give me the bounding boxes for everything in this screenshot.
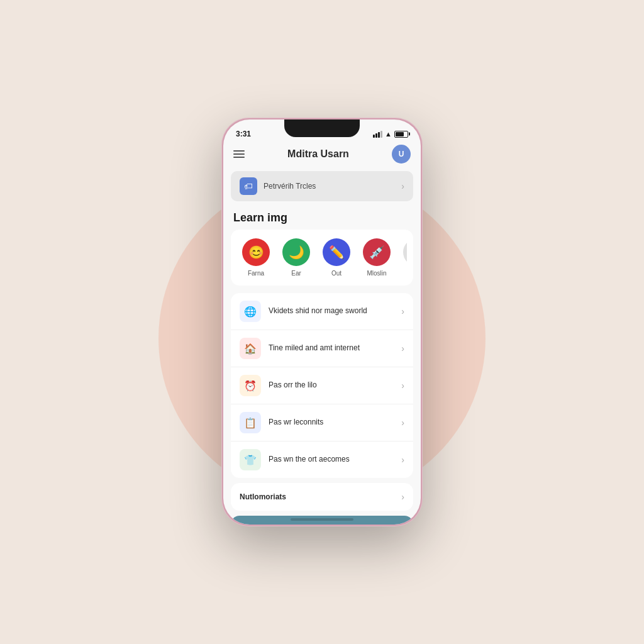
list-icon-2: ⏰	[240, 375, 261, 396]
category-icon-farna: 😊	[242, 238, 270, 266]
category-farna[interactable]: 😊 Farna	[237, 238, 275, 277]
categories-row: 😊 Farna 🌙 Ear ✏️ Out	[237, 238, 407, 277]
list-chevron-3: ›	[401, 418, 404, 428]
signal-icon	[373, 131, 382, 138]
list-text-3: Pas wr leconnits	[269, 418, 394, 428]
list-icon-0: 🌐	[240, 301, 261, 322]
phone-content: 3:31 ▲	[223, 119, 421, 525]
category-icon-mloslin: 💉	[363, 238, 391, 266]
learn-section-label: Learn img	[223, 204, 421, 230]
main-content: Learn img 😊 Farna 🌙 Ear	[223, 204, 421, 525]
list-icon-3: 📋	[240, 412, 261, 433]
category-out[interactable]: ✏️ Out	[318, 238, 355, 277]
banner-left: 🏷 Petrvérih Trcles	[240, 177, 316, 195]
status-time: 3:31	[236, 130, 251, 138]
notch	[284, 119, 360, 137]
category-label-mloslin: Mloslin	[367, 270, 386, 277]
battery-icon	[394, 131, 408, 138]
list-icon-4: 👕	[240, 449, 261, 470]
list-text-0: Vkidets shid nor mage sworld	[269, 306, 394, 316]
promo-banner[interactable]: 🏷 Petrvérih Trcles ›	[231, 171, 413, 201]
list-item-2[interactable]: ⏰ Pas orr the lilo ›	[231, 367, 413, 404]
list-chevron-2: ›	[401, 380, 404, 391]
app-header: Mditra Usarn U	[223, 142, 421, 169]
category-more[interactable]: + More	[398, 238, 407, 277]
hamburger-menu[interactable]	[233, 150, 245, 158]
standalone-chevron: ›	[401, 492, 404, 502]
list-chevron-1: ›	[401, 343, 404, 353]
scene: 3:31 ▲	[0, 0, 644, 644]
categories-card: 😊 Farna 🌙 Ear ✏️ Out	[231, 230, 413, 286]
banner-text: Petrvérih Trcles	[264, 182, 316, 191]
category-ear[interactable]: 🌙 Ear	[277, 238, 315, 277]
category-label-ear: Ear	[291, 270, 301, 277]
category-label-out: Out	[331, 270, 341, 277]
standalone-list-item[interactable]: Nutlomoriats ›	[231, 483, 413, 511]
category-icon-ear: 🌙	[282, 238, 310, 266]
home-indicator	[291, 518, 353, 521]
banner-icon: 🏷	[240, 177, 257, 195]
category-mloslin[interactable]: 💉 Mloslin	[358, 238, 396, 277]
list-text-1: Tine miled and amt internet	[269, 343, 394, 353]
list-icon-1: 🏠	[240, 338, 261, 359]
status-icons: ▲	[373, 130, 408, 138]
user-avatar[interactable]: U	[392, 145, 411, 164]
list-item-4[interactable]: 👕 Pas wn the ort aecomes ›	[231, 441, 413, 478]
main-list-card: 🌐 Vkidets shid nor mage sworld › 🏠 Tine …	[231, 293, 413, 478]
category-icon-out: ✏️	[323, 238, 350, 266]
phone-frame: 3:31 ▲	[221, 118, 423, 526]
phone-screen-area: 3:31 ▲	[223, 119, 421, 525]
category-label-farna: Farna	[248, 270, 264, 277]
category-icon-more: +	[403, 238, 407, 266]
wifi-icon: ▲	[385, 130, 392, 138]
list-text-4: Pas wn the ort aecomes	[269, 455, 394, 465]
list-item-0[interactable]: 🌐 Vkidets shid nor mage sworld ›	[231, 293, 413, 330]
phone-wrapper: 3:31 ▲	[221, 118, 423, 526]
list-item-1[interactable]: 🏠 Tine miled and amt internet ›	[231, 330, 413, 367]
list-chevron-0: ›	[401, 306, 404, 316]
header-title: Mditra Usarn	[287, 148, 349, 160]
list-chevron-4: ›	[401, 455, 404, 465]
list-text-2: Pas orr the lilo	[269, 380, 394, 391]
banner-chevron: ›	[401, 181, 404, 191]
avatar-initial: U	[399, 150, 404, 158]
standalone-text: Nutlomoriats	[240, 492, 394, 501]
list-item-3[interactable]: 📋 Pas wr leconnits ›	[231, 404, 413, 441]
